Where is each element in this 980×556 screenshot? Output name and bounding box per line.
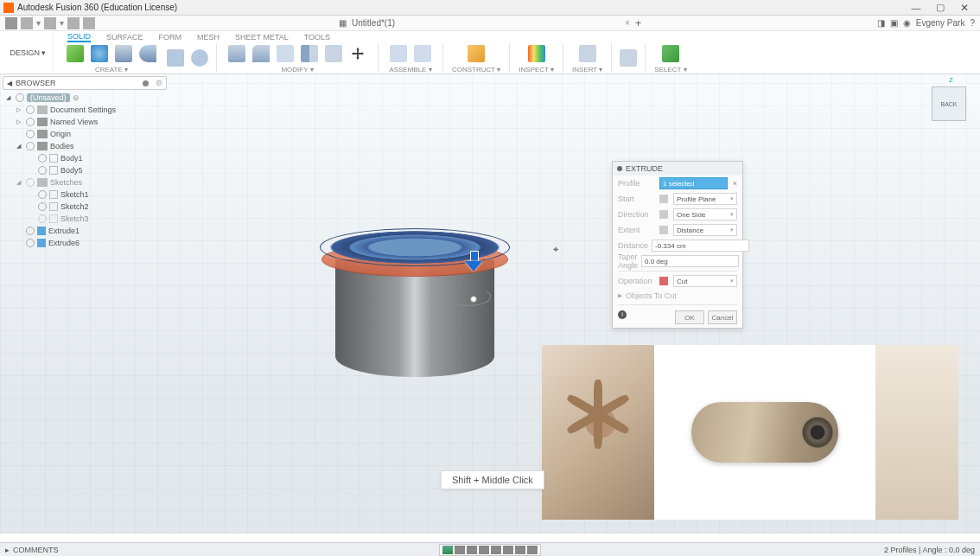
tree-item[interactable]: Sketch2 <box>4 201 165 213</box>
minimize-button[interactable]: — <box>904 3 928 13</box>
dialog-info-icon[interactable]: i <box>618 310 627 319</box>
measure-button[interactable] <box>525 42 548 65</box>
user-name[interactable]: Evgeny Park <box>916 18 965 28</box>
extent-dropdown[interactable]: Distance <box>673 224 737 236</box>
viewcube[interactable]: Z BACK <box>928 83 970 125</box>
group-construct-label[interactable]: CONSTRUCT ▾ <box>452 66 500 73</box>
visibility-toggle-icon[interactable] <box>26 105 35 114</box>
doc-tab-title[interactable]: Untitled*(1) <box>352 18 395 28</box>
cylinder-body[interactable] <box>335 259 494 377</box>
dialog-titlebar[interactable]: EXTRUDE <box>613 162 742 176</box>
revolve-button[interactable] <box>137 42 159 65</box>
pattern-button[interactable] <box>322 42 345 65</box>
tree-item[interactable]: Sketch3 <box>4 213 165 225</box>
zoom-icon[interactable] <box>467 546 477 554</box>
joint-button[interactable] <box>387 42 410 65</box>
tree-item[interactable]: ◢Bodies <box>4 140 165 152</box>
browser-settings-icon[interactable]: ⚙ <box>156 79 162 87</box>
notifications-icon[interactable]: ▣ <box>890 18 898 28</box>
app-menu-icon[interactable] <box>5 17 17 29</box>
close-button[interactable]: ✕ <box>952 2 977 14</box>
visibility-toggle-icon[interactable] <box>26 118 35 126</box>
extrude-dialog[interactable]: EXTRUDE Profile 1 selected × Start Profi… <box>612 161 743 329</box>
maximize-button[interactable]: ▢ <box>928 2 952 13</box>
group-assemble-label[interactable]: ASSEMBLE ▾ <box>389 66 431 73</box>
tree-item[interactable]: Extrude1 <box>4 225 165 237</box>
shell-button[interactable] <box>274 42 296 65</box>
new-sketch-button[interactable] <box>64 42 86 65</box>
extensions-icon[interactable]: ◨ <box>877 18 885 28</box>
selection-filter-button[interactable] <box>617 47 640 69</box>
new-tab-button[interactable]: + <box>635 17 641 29</box>
combine-button[interactable] <box>298 42 321 65</box>
save-dropdown-icon[interactable]: ▾ <box>60 18 64 28</box>
viewports-icon[interactable] <box>527 546 538 554</box>
visibility-toggle-icon[interactable] <box>38 214 47 223</box>
group-inspect-label[interactable]: INSPECT ▾ <box>519 66 554 73</box>
tree-item[interactable]: Body5 <box>4 164 165 176</box>
tree-item[interactable]: ◢Sketches <box>4 176 165 189</box>
construct-plane-button[interactable] <box>465 42 487 65</box>
group-insert-label[interactable]: INSERT ▾ <box>572 66 602 73</box>
viewcube-face[interactable]: BACK <box>932 86 966 121</box>
browser-collapse-icon[interactable]: ◀ <box>7 80 12 87</box>
visibility-toggle-icon[interactable] <box>38 190 47 199</box>
direction-dropdown[interactable]: One Side <box>673 208 737 220</box>
sweep-button[interactable] <box>164 47 187 69</box>
tab-sheetmetal[interactable]: SHEET METAL <box>235 31 289 42</box>
comments-label[interactable]: COMMENTS <box>13 546 59 554</box>
workspace-switcher[interactable]: DESIGN ▾ <box>3 31 54 73</box>
insert-button[interactable] <box>576 42 599 65</box>
user-avatar-icon[interactable]: ◉ <box>903 18 911 28</box>
tab-surface[interactable]: SURFACE <box>106 31 143 42</box>
tree-item[interactable]: Extrude6 <box>4 237 165 249</box>
visibility-toggle-icon[interactable] <box>38 154 47 163</box>
as-built-joint-button[interactable] <box>411 42 434 65</box>
root-settings-icon[interactable]: ⊚ <box>73 93 80 102</box>
qa-dropdown-icon[interactable]: ▾ <box>36 18 41 28</box>
start-dropdown[interactable]: Profile Plane <box>673 193 737 205</box>
tab-mesh[interactable]: MESH <box>197 31 220 42</box>
comments-expand-icon[interactable]: ▸ <box>5 546 10 554</box>
look-at-icon[interactable] <box>491 546 501 554</box>
visibility-toggle-icon[interactable] <box>26 142 35 150</box>
select-button[interactable] <box>659 42 682 65</box>
objects-to-cut-label[interactable]: Objects To Cut <box>626 291 677 300</box>
tree-item[interactable]: ▷Named Views <box>4 116 165 128</box>
operation-dropdown[interactable]: Cut <box>673 275 737 287</box>
cancel-button[interactable]: Cancel <box>708 310 737 324</box>
press-pull-button[interactable] <box>226 42 248 65</box>
tab-tools[interactable]: TOOLS <box>304 31 330 42</box>
taper-input[interactable] <box>641 255 739 267</box>
profile-clear-button[interactable]: × <box>733 179 737 188</box>
group-modify-label[interactable]: MODIFY ▾ <box>281 66 313 73</box>
undo-icon[interactable] <box>67 17 80 29</box>
help-icon[interactable]: ? <box>970 18 975 28</box>
profile-field[interactable]: 1 selected <box>659 177 728 189</box>
tree-item[interactable]: Sketch1 <box>4 189 165 201</box>
file-icon[interactable] <box>21 17 33 29</box>
extrude-button[interactable] <box>112 42 135 65</box>
tree-root[interactable]: ◢ (Unsaved) ⊚ <box>4 92 165 104</box>
tab-solid[interactable]: SOLID <box>67 31 91 42</box>
save-icon[interactable] <box>44 17 56 29</box>
visibility-toggle-icon[interactable] <box>26 130 35 138</box>
taper-arc-manipulator[interactable] <box>448 287 491 306</box>
visibility-toggle-icon[interactable] <box>26 178 35 187</box>
create-form-button[interactable] <box>88 42 111 65</box>
distance-input[interactable] <box>652 240 749 252</box>
group-select-label[interactable]: SELECT ▾ <box>654 66 686 73</box>
group-create-label[interactable]: CREATE ▾ <box>95 66 128 73</box>
fit-icon[interactable] <box>479 546 489 554</box>
visibility-toggle-icon[interactable] <box>38 202 47 211</box>
hole-button[interactable] <box>188 47 211 69</box>
tree-item[interactable]: Origin <box>4 128 165 140</box>
orbit-icon[interactable] <box>442 546 453 554</box>
manipulator-handle[interactable] <box>470 296 477 303</box>
objects-caret-icon[interactable]: ▶ <box>618 292 622 299</box>
tab-form[interactable]: FORM <box>159 31 182 42</box>
doc-tab-close-icon[interactable]: × <box>625 18 630 28</box>
tree-item[interactable]: Body1 <box>4 152 165 164</box>
grid-icon[interactable] <box>515 546 525 554</box>
extrude-arrow-manipulator[interactable] <box>465 251 482 272</box>
